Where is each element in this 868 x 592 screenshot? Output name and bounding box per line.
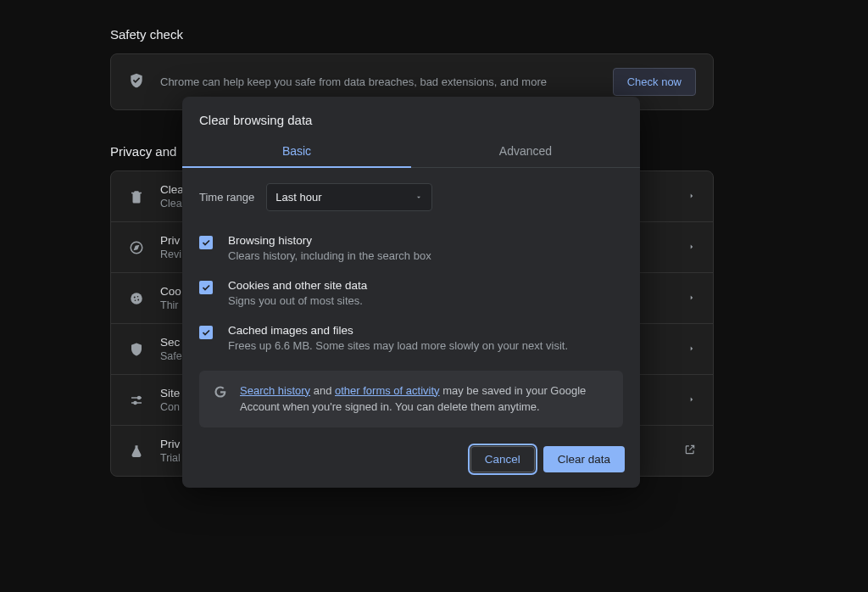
chevron-right-icon [687,190,696,203]
timerange-label: Time range [199,191,254,204]
search-history-link[interactable]: Search history [240,384,310,397]
caret-down-icon [415,191,423,204]
flask-icon [128,444,145,459]
timerange-select[interactable]: Last hour [266,183,432,211]
cookie-icon [128,291,145,306]
safety-check-text: Chrome can help keep you safe from data … [160,75,598,88]
check-now-button[interactable]: Check now [613,68,696,96]
option-sub: Clears history, including in the search … [228,249,623,264]
shield-icon [128,342,145,357]
svg-point-1 [131,293,142,304]
option-sub: Frees up 6.6 MB. Some sites may load mor… [228,338,623,354]
info-text: Search history and other forms of activi… [240,383,609,416]
shield-icon [128,72,145,92]
svg-point-4 [135,299,136,301]
chevron-right-icon [687,241,696,254]
compass-icon [128,240,145,255]
chevron-right-icon [687,292,696,304]
option-title: Browsing history [228,234,623,247]
checkbox-browsing-history[interactable] [199,236,213,249]
checkbox-cached[interactable] [199,326,213,339]
safety-check-header: Safety check [110,27,868,42]
option-browsing-history[interactable]: Browsing history Clears history, includi… [199,226,623,271]
option-cached[interactable]: Cached images and files Frees up 6.6 MB.… [199,316,623,361]
trash-icon [128,189,145,204]
clear-browsing-data-dialog: Clear browsing data Basic Advanced Time … [182,97,640,488]
timerange-value: Last hour [275,191,321,204]
cancel-button[interactable]: Cancel [470,446,535,472]
google-account-info: Search history and other forms of activi… [199,371,623,427]
checkbox-cookies[interactable] [199,281,213,294]
tab-advanced[interactable]: Advanced [411,136,640,167]
option-cookies[interactable]: Cookies and other site data Signs you ou… [199,271,623,316]
svg-point-7 [134,401,136,404]
external-link-icon [684,444,696,458]
dialog-title: Clear browsing data [182,97,640,136]
other-activity-link[interactable]: other forms of activity [335,384,440,397]
svg-point-3 [137,295,139,297]
option-sub: Signs you out of most sites. [228,293,623,309]
chevron-right-icon [687,343,696,355]
clear-data-button[interactable]: Clear data [543,446,625,472]
sliders-icon [128,393,145,408]
google-icon [213,384,228,402]
option-title: Cached images and files [228,324,623,337]
svg-point-6 [138,396,141,399]
option-title: Cookies and other site data [228,279,623,292]
tab-basic[interactable]: Basic [182,136,411,167]
dialog-tabs: Basic Advanced [182,136,640,168]
chevron-right-icon [687,394,696,406]
svg-point-2 [134,296,136,298]
svg-point-5 [137,299,139,300]
